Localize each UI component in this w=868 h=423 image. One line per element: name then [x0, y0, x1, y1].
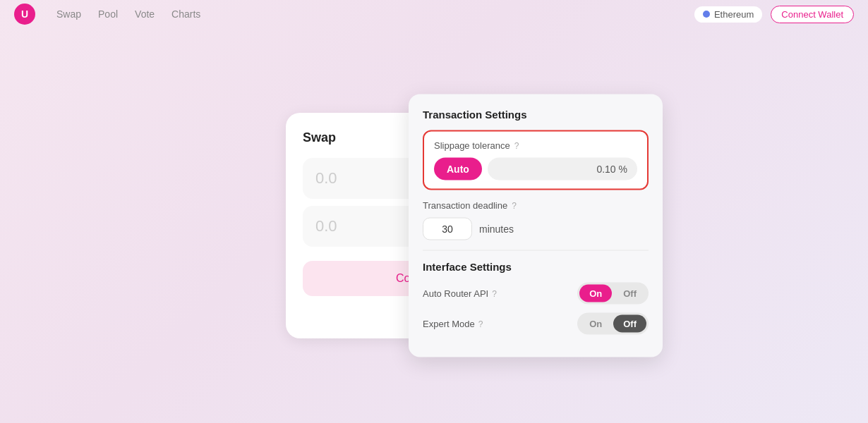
auto-router-row: Auto Router API ? On Off	[423, 283, 649, 305]
auto-router-help-icon[interactable]: ?	[492, 288, 497, 298]
slippage-value-text: 0.10 %	[596, 164, 627, 175]
deadline-controls: 30 minutes	[423, 218, 649, 240]
auto-router-off-button[interactable]: Off	[613, 285, 646, 302]
expert-mode-off-button[interactable]: Off	[613, 315, 646, 333]
auto-router-on-button[interactable]: On	[579, 285, 612, 302]
expert-mode-label-row: Expert Mode ?	[423, 319, 483, 329]
deadline-label-text: Transaction deadline	[423, 200, 507, 211]
auto-router-label-text: Auto Router API	[423, 288, 488, 299]
ethereum-network-badge[interactable]: Ethereum	[694, 6, 762, 23]
nav-charts[interactable]: Charts	[171, 8, 200, 20]
navbar-right: Ethereum Connect Wallet	[694, 6, 854, 23]
nav-vote[interactable]: Vote	[135, 8, 155, 20]
main-area: Swap ⚙ 0.0 0.0 Connect Wallet Transactio…	[0, 28, 868, 423]
auto-slippage-button[interactable]: Auto	[434, 158, 482, 180]
minutes-label: minutes	[479, 223, 514, 235]
connect-wallet-button[interactable]: Connect Wallet	[771, 6, 854, 23]
slippage-label-text: Slippage tolerance	[434, 140, 510, 151]
settings-panel: Transaction Settings Slippage tolerance …	[409, 94, 663, 357]
slippage-value-display[interactable]: 0.10 %	[488, 158, 637, 180]
auto-router-toggle-group: On Off	[577, 283, 649, 305]
auto-router-label-row: Auto Router API ?	[423, 288, 497, 299]
expert-mode-on-button[interactable]: On	[579, 315, 612, 333]
expert-mode-label-text: Expert Mode	[423, 319, 475, 329]
interface-settings: Interface Settings Auto Router API ? On …	[423, 261, 649, 335]
nav-links: Swap Pool Vote Charts	[56, 8, 200, 20]
deadline-section: Transaction deadline ? 30 minutes	[423, 200, 649, 251]
deadline-value-text: 30	[442, 223, 453, 235]
expert-mode-help-icon[interactable]: ?	[478, 319, 483, 329]
navbar: U Swap Pool Vote Charts Ethereum Connect…	[0, 0, 868, 28]
deadline-value-input[interactable]: 30	[423, 218, 472, 240]
settings-panel-title: Transaction Settings	[423, 109, 649, 121]
slippage-controls: Auto 0.10 %	[434, 158, 637, 180]
eth-label: Ethereum	[714, 9, 754, 20]
logo[interactable]: U	[14, 4, 35, 25]
interface-settings-title: Interface Settings	[423, 261, 649, 273]
expert-mode-toggle-group: On Off	[577, 313, 649, 335]
deadline-label-row: Transaction deadline ?	[423, 200, 649, 211]
expert-mode-row: Expert Mode ? On Off	[423, 313, 649, 335]
eth-dot-icon	[703, 11, 710, 18]
logo-text: U	[21, 8, 28, 20]
slippage-section: Slippage tolerance ? Auto 0.10 %	[423, 130, 649, 190]
slippage-help-icon[interactable]: ?	[514, 140, 519, 150]
nav-swap[interactable]: Swap	[56, 8, 81, 20]
slippage-label-row: Slippage tolerance ?	[434, 140, 637, 151]
deadline-help-icon[interactable]: ?	[512, 200, 517, 210]
nav-pool[interactable]: Pool	[98, 8, 118, 20]
swap-title: Swap	[303, 130, 336, 145]
